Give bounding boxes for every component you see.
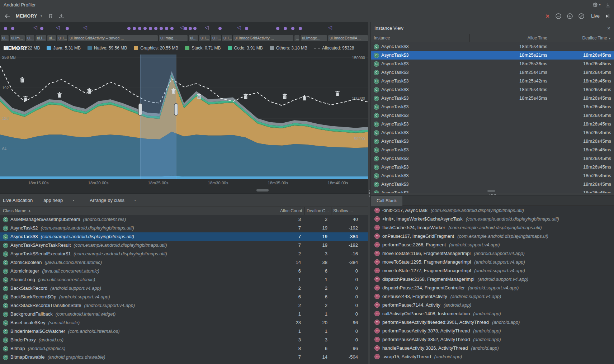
live-button[interactable]: Live: [591, 13, 600, 19]
table-row[interactable]: CBinderProxy(android.os)330: [0, 336, 368, 344]
memory-timeline-chart[interactable]: 64128192256 MB50000100000150000 MEMORY T…: [0, 42, 368, 179]
instance-row[interactable]: CAsyncTask$318m26s45ms: [371, 111, 614, 120]
event-dot-icon[interactable]: [184, 27, 187, 30]
skip-to-live-button[interactable]: [605, 14, 610, 19]
table-row[interactable]: CBackgroundFallback(com.android.internal…: [0, 310, 368, 318]
call-stack-frame[interactable]: mperformPause:2266, Fragment(android.sup…: [371, 240, 614, 249]
instance-row[interactable]: CAsyncTask$318m25s44ms18m26s45ms: [371, 85, 614, 94]
instance-row[interactable]: CAsyncTask$318m26s45ms: [371, 128, 614, 137]
instance-row[interactable]: CAsyncTask$318m26s45ms: [371, 154, 614, 163]
call-stack-frame[interactable]: m<init>:317, AsyncTask(com.example.andro…: [371, 206, 614, 214]
call-stack-frame[interactable]: monPause:167, ImageGridFragment(com.exam…: [371, 232, 614, 240]
call-stack-frame[interactable]: mhandlePauseActivity:3826, ActivityThrea…: [371, 344, 614, 352]
garbage-collect-button[interactable]: [48, 13, 53, 19]
activity-segment[interactable]: ui...: [47, 35, 56, 41]
event-dot-icon[interactable]: [11, 27, 14, 30]
table-row[interactable]: CAsyncTask$3(com.example.android.display…: [0, 232, 368, 241]
instance-row[interactable]: CAsyncTask$318m26s45ms: [371, 120, 614, 128]
instance-row[interactable]: CAsyncTask$318m25s21ms18m26s45ms: [371, 51, 614, 60]
vertical-splitter[interactable]: [368, 22, 371, 364]
call-stack-frame[interactable]: m<init>, ImageWorker$CacheAsyncTask(com.…: [371, 214, 614, 223]
table-row[interactable]: CBitmapDrawable(android.graphics.drawabl…: [0, 353, 368, 361]
back-button[interactable]: [4, 13, 11, 19]
activity-segment[interactable]: ui.Imag...: [159, 35, 188, 41]
event-triangle-icon[interactable]: ◁: [205, 25, 209, 30]
activity-segment[interactable]: ui...: [1, 35, 9, 41]
event-dot-icon[interactable]: [291, 27, 294, 30]
instance-row[interactable]: CAsyncTask$318m25s46ms: [371, 42, 614, 51]
table-row[interactable]: CBitmap(android.graphics)8696: [0, 344, 368, 353]
activity-timeline[interactable]: ui...ui.Im...ui...ui.I...ui...ui.I...ui.…: [0, 34, 368, 42]
column-header-alloc-count[interactable]: Alloc Count: [278, 207, 304, 215]
table-row[interactable]: CAtomicLong(java.util.concurrent.atomic)…: [0, 275, 368, 284]
table-row[interactable]: CAsyncTask$AsyncTaskResult(com.example.a…: [0, 241, 368, 250]
event-dot-icon[interactable]: [160, 27, 163, 30]
table-row[interactable]: CAsyncTask$2(com.example.android.display…: [0, 224, 368, 232]
instance-row[interactable]: CAsyncTask$318m26s45ms: [371, 103, 614, 111]
arrange-dropdown[interactable]: Arrange by class ▼: [90, 198, 136, 203]
call-stack-frame[interactable]: mmoveToState:1277, FragmentManagerImpl(a…: [371, 266, 614, 275]
event-triangle-icon[interactable]: ◁: [180, 25, 184, 30]
call-stack-frame[interactable]: mmoveToState:1295, FragmentManagerImpl(a…: [371, 257, 614, 266]
table-row[interactable]: CAtomicBoolean(java.util.concurrent.atom…: [0, 258, 368, 267]
activity-segment[interactable]: ui.ImageGridActivity – saved ...: [68, 35, 158, 41]
activity-segment[interactable]: ui...: [189, 35, 198, 41]
activity-segment[interactable]: ...: [294, 35, 299, 41]
event-dot-icon[interactable]: [149, 27, 152, 30]
event-dot-icon[interactable]: [127, 27, 131, 30]
activity-segment[interactable]: ui.Im...: [10, 35, 25, 41]
column-header-class-name[interactable]: Class Name ▲: [0, 207, 278, 215]
event-triangle-icon[interactable]: ◁: [328, 25, 332, 30]
horizontal-splitter[interactable]: [371, 193, 614, 196]
event-dot-icon[interactable]: [143, 27, 147, 30]
heap-dropdown[interactable]: app heap ▼: [43, 198, 75, 203]
call-stack-frame[interactable]: mperformPause:7144, Activity(android.app…: [371, 301, 614, 309]
table-row[interactable]: CBackStackRecord$TransitionState(android…: [0, 301, 368, 310]
table-row[interactable]: CBackStackRecord(android.support.v4.app)…: [0, 284, 368, 293]
download-icon[interactable]: [605, 3, 610, 8]
table-row[interactable]: CBaseLocale$Key(sun.util.locale)232096: [0, 318, 368, 327]
activity-segment[interactable]: ui.I...: [199, 35, 210, 41]
event-dot-icon[interactable]: [165, 27, 168, 30]
activity-segment[interactable]: ui.I...: [57, 35, 67, 41]
event-triangle-icon[interactable]: ◁: [56, 25, 60, 30]
event-dot-icon[interactable]: [133, 27, 136, 30]
scrollbar-handle[interactable]: [256, 189, 269, 192]
event-dot-icon[interactable]: [299, 27, 302, 30]
instance-row[interactable]: CAsyncTask$318m25s45ms18m26s45ms: [371, 94, 614, 103]
activity-segment[interactable]: ui.ImageDetailA...: [328, 35, 368, 41]
timeline-scrollbar[interactable]: [0, 187, 368, 194]
event-triangle-icon[interactable]: ◁: [237, 25, 241, 30]
close-icon[interactable]: ×: [607, 25, 610, 31]
activity-segment[interactable]: ui.I...: [211, 35, 221, 41]
instance-row[interactable]: CAsyncTask$318m25s41ms18m26s45ms: [371, 68, 614, 77]
call-stack-frame[interactable]: mdispatchPause:2168, FragmentManagerImpl…: [371, 275, 614, 283]
event-dot-icon[interactable]: [218, 27, 222, 30]
call-stack-frame[interactable]: mflushCache:524, ImageWorker(com.example…: [371, 223, 614, 232]
instance-row[interactable]: CAsyncTask$318m26s45ms: [371, 137, 614, 146]
zoom-out-button[interactable]: [555, 13, 562, 19]
table-row[interactable]: CBinderInternal$GcWatcher(com.android.in…: [0, 327, 368, 336]
table-row[interactable]: CBackStackRecord$Op(android.support.v4.a…: [0, 293, 368, 301]
activity-segment[interactable]: ui.I...: [36, 35, 46, 41]
column-header-dealloc-time[interactable]: Dealloc Time ▼: [551, 34, 614, 42]
column-header-alloc-time[interactable]: Alloc Time: [469, 34, 551, 42]
call-stack-frame[interactable]: m-wrap15, ActivityThread(android.app): [371, 352, 614, 361]
call-stack-frame[interactable]: mperformPauseActivityIfNeeded:3901, Acti…: [371, 318, 614, 326]
call-stack-frame[interactable]: monPause:448, FragmentActivity(android.s…: [371, 292, 614, 301]
event-dot-icon[interactable]: [170, 27, 174, 30]
settings-gear-icon[interactable]: ▼: [592, 2, 601, 8]
instance-row[interactable]: CAsyncTask$318m25s42ms18m26s45ms: [371, 77, 614, 85]
event-dot-icon[interactable]: [40, 27, 43, 30]
instance-row[interactable]: CAsyncTask$318m25s36ms18m26s45ms: [371, 60, 614, 68]
clear-selection-button[interactable]: [545, 14, 550, 19]
event-dot-icon[interactable]: [66, 27, 69, 30]
table-row[interactable]: CAssetManager$AssetInputStream(android.c…: [0, 215, 368, 224]
call-stack-frame[interactable]: mmoveToState:1166, FragmentManagerImpl(a…: [371, 249, 614, 257]
call-stack-frame[interactable]: mcallActivityOnPause:1408, Instrumentati…: [371, 309, 614, 318]
column-header-instance[interactable]: Instance: [371, 34, 469, 42]
event-dot-icon[interactable]: [276, 27, 279, 30]
call-stack-frame[interactable]: mperformPauseActivity:3852, ActivityThre…: [371, 335, 614, 344]
reset-zoom-button[interactable]: [578, 13, 585, 19]
activity-segment[interactable]: ui.Image...: [301, 35, 327, 41]
